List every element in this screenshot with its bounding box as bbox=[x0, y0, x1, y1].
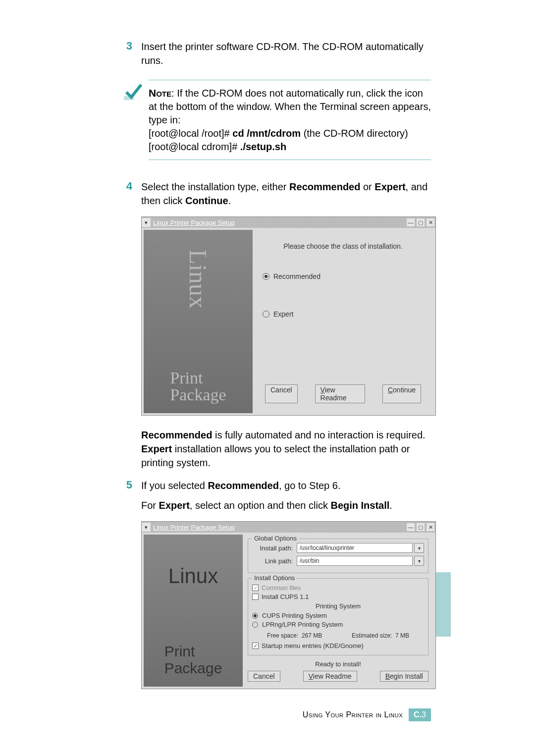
radio-icon[interactable] bbox=[263, 273, 269, 280]
view-readme-button[interactable]: View Readme bbox=[303, 671, 357, 682]
install-cups-checkbox[interactable]: Install CUPS 1.1 bbox=[252, 593, 424, 600]
close-icon[interactable]: ✕ bbox=[427, 218, 434, 226]
view-readme-button[interactable]: View Readme bbox=[315, 384, 365, 403]
radio-lpr[interactable]: LPRng/LPR Printing System bbox=[252, 621, 424, 628]
link-path-row: Link path: /usr/bin ▾ bbox=[252, 556, 424, 566]
install-path-row: Install path: /usr/local/linuxprinter ▾ bbox=[252, 543, 424, 553]
maximize-icon[interactable]: ▢ bbox=[417, 523, 425, 531]
note-line2-post: (the CD-ROM directory) bbox=[301, 128, 408, 139]
note-cmd2: ./setup.sh bbox=[240, 141, 286, 152]
ready-label: Ready to install! bbox=[248, 660, 428, 668]
global-options-group: Global Options Install path: /usr/local/… bbox=[248, 539, 428, 573]
window-menu-icon[interactable]: ▾ bbox=[142, 218, 151, 227]
svg-rect-0 bbox=[124, 96, 134, 100]
printing-system-label: Printing System bbox=[252, 602, 424, 610]
step-3: 3 Insert the printer software CD-ROM. Th… bbox=[119, 40, 431, 67]
step-5: 5 If you selected Recommended, go to Ste… bbox=[119, 479, 431, 492]
window-title: Linux Printer Package Setup bbox=[153, 524, 235, 531]
close-icon[interactable]: ✕ bbox=[427, 523, 434, 531]
note-block: Note: If the CD-ROM does not automatical… bbox=[119, 80, 431, 160]
note-line2-pre: [root@local /root]# bbox=[149, 128, 232, 139]
install-options-group: Install Options Common files Install CUP… bbox=[248, 578, 428, 655]
checkbox-icon[interactable] bbox=[252, 643, 259, 649]
sidebar-graphic: Linux PrintPackage bbox=[144, 535, 243, 687]
install-prompt: Please choose the class of installation. bbox=[263, 242, 424, 250]
radio-recommended[interactable]: Recommended bbox=[263, 272, 424, 280]
link-path-input[interactable]: /usr/bin bbox=[297, 556, 413, 566]
note-label: Note bbox=[149, 87, 171, 99]
step-number: 4 bbox=[119, 180, 141, 208]
expert-para: For Expert, select an option and then cl… bbox=[141, 498, 431, 512]
note-content: Note: If the CD-ROM does not automatical… bbox=[149, 80, 431, 160]
cancel-button[interactable]: Cancel bbox=[248, 671, 280, 682]
page-footer: Using Your Printer in Linux C.3 bbox=[303, 708, 431, 721]
continue-button[interactable]: Continue bbox=[382, 384, 421, 403]
step-text: Select the installation type, either Rec… bbox=[141, 180, 431, 208]
window-menu-icon[interactable]: ▾ bbox=[142, 523, 151, 532]
radio-cups[interactable]: CUPS Printing System bbox=[252, 612, 424, 619]
window-title: Linux Printer Package Setup bbox=[153, 219, 235, 226]
radio-icon[interactable] bbox=[252, 622, 258, 628]
space-info: Free space: 267 MB Estimated size: 7 MB bbox=[252, 632, 424, 639]
cancel-button[interactable]: Cancel bbox=[265, 384, 298, 403]
step-text: If you selected Recommended, go to Step … bbox=[141, 479, 431, 492]
note-text: : If the CD-ROM does not automatically r… bbox=[149, 88, 431, 125]
step-text: Insert the printer software CD-ROM. The … bbox=[141, 40, 431, 67]
footer-text: Using Your Printer in Linux bbox=[303, 710, 403, 719]
window-titlebar: ▾ Linux Printer Package Setup — ▢ ✕ bbox=[142, 217, 435, 228]
screenshot-expert-options: ▾ Linux Printer Package Setup — ▢ ✕ Linu… bbox=[141, 521, 436, 689]
common-files-checkbox[interactable]: Common files bbox=[252, 584, 424, 592]
step-number: 5 bbox=[119, 479, 141, 492]
sidebar-graphic: Linux PrintPackage bbox=[144, 230, 253, 413]
install-path-input[interactable]: /usr/local/linuxprinter bbox=[297, 543, 413, 553]
window-titlebar: ▾ Linux Printer Package Setup — ▢ ✕ bbox=[142, 522, 435, 533]
dropdown-icon[interactable]: ▾ bbox=[414, 543, 424, 553]
begin-install-button[interactable]: Begin Install bbox=[380, 671, 428, 682]
minimize-icon[interactable]: — bbox=[407, 218, 415, 226]
checkmark-icon bbox=[119, 80, 149, 105]
note-cmd1: cd /mnt/cdrom bbox=[232, 128, 301, 139]
maximize-icon[interactable]: ▢ bbox=[417, 218, 425, 226]
section-tab bbox=[436, 572, 451, 637]
dropdown-icon[interactable]: ▾ bbox=[414, 556, 424, 566]
radio-icon[interactable] bbox=[263, 311, 269, 318]
radio-icon[interactable] bbox=[252, 613, 258, 619]
radio-expert[interactable]: Expert bbox=[263, 310, 424, 318]
step-4: 4 Select the installation type, either R… bbox=[119, 180, 431, 208]
screenshot-install-class: ▾ Linux Printer Package Setup — ▢ ✕ Linu… bbox=[141, 216, 436, 416]
step-number: 3 bbox=[119, 40, 141, 67]
checkbox-icon[interactable] bbox=[252, 594, 259, 600]
note-line3-pre: [root@local cdrom]# bbox=[149, 141, 240, 152]
minimize-icon[interactable]: — bbox=[407, 523, 415, 531]
page-number-badge: C.3 bbox=[409, 708, 431, 721]
explanation-para: Recommended is fully automated and no in… bbox=[141, 428, 431, 470]
checkbox-icon[interactable] bbox=[252, 585, 259, 591]
startup-menu-checkbox[interactable]: Startup menu entries (KDE/Gnome) bbox=[252, 642, 424, 649]
